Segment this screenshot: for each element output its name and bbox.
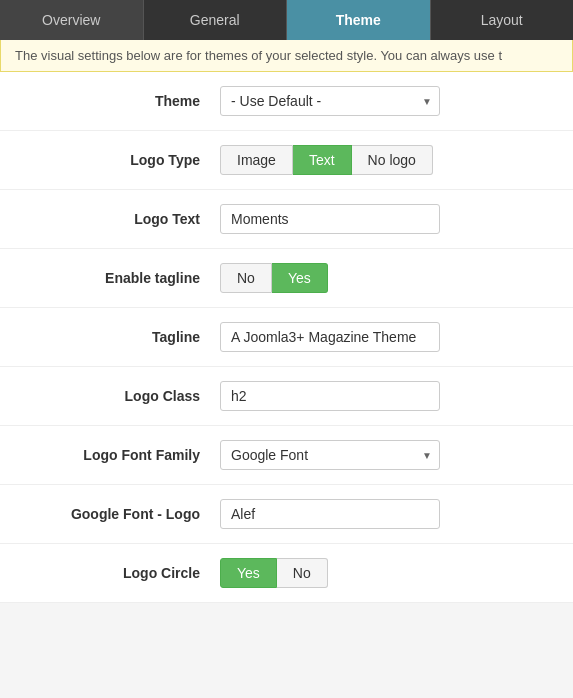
logo-text-label: Logo Text — [20, 211, 220, 227]
logo-text-row: Logo Text — [0, 190, 573, 249]
info-bar: The visual settings below are for themes… — [0, 40, 573, 72]
tab-overview[interactable]: Overview — [0, 0, 144, 40]
enable-tagline-row: Enable tagline No Yes — [0, 249, 573, 308]
google-font-logo-control — [220, 499, 553, 529]
enable-tagline-control: No Yes — [220, 263, 553, 293]
tab-bar: Overview General Theme Layout — [0, 0, 573, 40]
logo-type-image-btn[interactable]: Image — [220, 145, 293, 175]
logo-class-input[interactable] — [220, 381, 440, 411]
tagline-row: Tagline — [0, 308, 573, 367]
logo-circle-control: Yes No — [220, 558, 553, 588]
enable-tagline-btn-group: No Yes — [220, 263, 553, 293]
tab-general[interactable]: General — [144, 0, 288, 40]
theme-select[interactable]: - Use Default - — [220, 86, 440, 116]
logo-font-family-label: Logo Font Family — [20, 447, 220, 463]
logo-type-text-btn[interactable]: Text — [293, 145, 352, 175]
enable-tagline-yes-btn[interactable]: Yes — [272, 263, 328, 293]
google-font-logo-row: Google Font - Logo — [0, 485, 573, 544]
logo-font-family-row: Logo Font Family Google Font — [0, 426, 573, 485]
logo-circle-no-btn[interactable]: No — [277, 558, 328, 588]
form-content: Theme - Use Default - Logo Type Image Te… — [0, 72, 573, 603]
logo-class-row: Logo Class — [0, 367, 573, 426]
logo-text-control — [220, 204, 553, 234]
theme-row: Theme - Use Default - — [0, 72, 573, 131]
logo-type-nologo-btn[interactable]: No logo — [352, 145, 433, 175]
enable-tagline-no-btn[interactable]: No — [220, 263, 272, 293]
logo-circle-label: Logo Circle — [20, 565, 220, 581]
logo-circle-yes-btn[interactable]: Yes — [220, 558, 277, 588]
google-font-logo-input[interactable] — [220, 499, 440, 529]
logo-circle-btn-group: Yes No — [220, 558, 553, 588]
google-font-logo-label: Google Font - Logo — [20, 506, 220, 522]
info-bar-text: The visual settings below are for themes… — [15, 48, 502, 63]
theme-label: Theme — [20, 93, 220, 109]
logo-type-row: Logo Type Image Text No logo — [0, 131, 573, 190]
theme-select-wrapper: - Use Default - — [220, 86, 440, 116]
logo-font-family-select[interactable]: Google Font — [220, 440, 440, 470]
logo-type-control: Image Text No logo — [220, 145, 553, 175]
enable-tagline-label: Enable tagline — [20, 270, 220, 286]
tagline-control — [220, 322, 553, 352]
logo-circle-row: Logo Circle Yes No — [0, 544, 573, 603]
logo-type-btn-group: Image Text No logo — [220, 145, 553, 175]
tab-theme[interactable]: Theme — [287, 0, 431, 40]
tagline-input[interactable] — [220, 322, 440, 352]
logo-font-family-control: Google Font — [220, 440, 553, 470]
logo-class-control — [220, 381, 553, 411]
theme-control: - Use Default - — [220, 86, 553, 116]
logo-type-label: Logo Type — [20, 152, 220, 168]
logo-text-input[interactable] — [220, 204, 440, 234]
tagline-label: Tagline — [20, 329, 220, 345]
tab-layout[interactable]: Layout — [431, 0, 574, 40]
logo-class-label: Logo Class — [20, 388, 220, 404]
logo-font-family-select-wrapper: Google Font — [220, 440, 440, 470]
